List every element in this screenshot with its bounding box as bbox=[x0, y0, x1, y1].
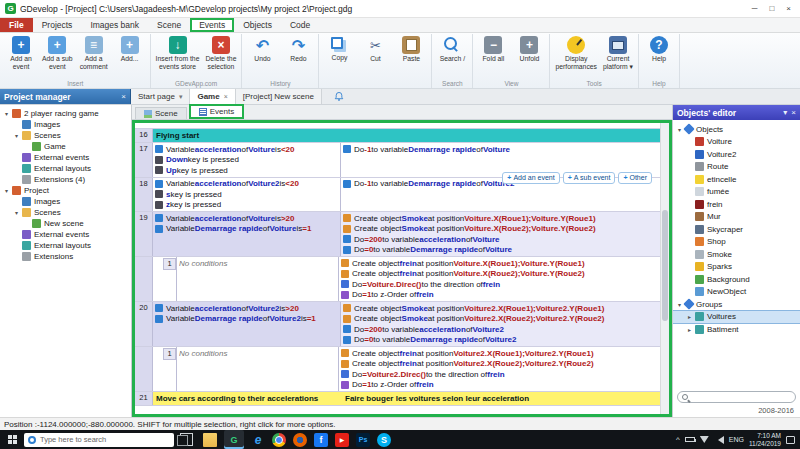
action-line[interactable]: Do =200 to variable acceleration of Voit… bbox=[343, 234, 658, 245]
paste-button[interactable]: Paste bbox=[393, 34, 429, 79]
redo-button[interactable]: Redo bbox=[280, 34, 316, 79]
copy-button[interactable]: Copy bbox=[321, 34, 357, 79]
action-line[interactable]: Create object Smoke at position Voiture2… bbox=[343, 303, 658, 314]
tab-project-new-scene[interactable]: [Project] New scene bbox=[236, 89, 322, 104]
search-button[interactable]: Search / bbox=[434, 34, 470, 79]
menu-events[interactable]: Events bbox=[190, 18, 234, 32]
start-button[interactable] bbox=[0, 430, 24, 449]
conditions-cell[interactable]: No conditions bbox=[176, 257, 339, 301]
object-item-voitures[interactable]: ▸Voitures bbox=[673, 311, 800, 324]
help-button[interactable]: Help bbox=[641, 34, 677, 79]
menu-scene[interactable]: Scene bbox=[148, 18, 190, 32]
subevent-row[interactable]: 1No conditionsCreate object frein at pos… bbox=[135, 257, 660, 302]
subtab-events[interactable]: Events bbox=[189, 104, 244, 119]
scrollbar-thumb[interactable] bbox=[662, 210, 668, 321]
tree-item-external-layouts[interactable]: External layouts bbox=[0, 163, 131, 174]
cut-button[interactable]: Cut bbox=[357, 34, 393, 79]
tree-item-2-player-racing-game[interactable]: ▾2 player racing game bbox=[0, 108, 131, 119]
delete-the-selection-button[interactable]: Delete theselection bbox=[202, 34, 239, 79]
tab-start-page[interactable]: Start page▾ bbox=[131, 89, 190, 104]
object-item-smoke[interactable]: Smoke bbox=[673, 248, 800, 261]
file-explorer-taskbar-icon[interactable] bbox=[203, 433, 217, 447]
object-item-background[interactable]: Background bbox=[673, 273, 800, 286]
condition-line[interactable]: Variable Demarrage rapide of Voiture is … bbox=[155, 224, 338, 235]
action-line[interactable]: Do =0 to variable Demarrage rapide of Vo… bbox=[343, 335, 658, 346]
add-button[interactable]: Add... bbox=[112, 34, 148, 79]
event-comment-21[interactable]: 21Move cars according to their accelerat… bbox=[135, 392, 660, 406]
expanded-toggle-icon[interactable]: ▾ bbox=[12, 132, 21, 139]
battery-icon[interactable] bbox=[685, 437, 695, 442]
condition-line[interactable]: Variable acceleration of Voiture is >20 bbox=[155, 213, 338, 224]
object-item-voiture2[interactable]: Voiture2 bbox=[673, 148, 800, 161]
tree-item-game[interactable]: Game bbox=[0, 141, 131, 152]
action-line[interactable]: Do =Voiture.Direc() to the direction of … bbox=[341, 279, 658, 290]
menu-projects[interactable]: Projects bbox=[33, 18, 82, 32]
menu-objects[interactable]: Objects bbox=[234, 18, 281, 32]
language-indicator[interactable]: ENG bbox=[729, 436, 744, 443]
conditions-cell[interactable]: Variable acceleration of Voiture is >20V… bbox=[153, 212, 341, 256]
insert-from-the-events-store-button[interactable]: Insert from theevents store bbox=[153, 34, 203, 79]
action-center-icon[interactable] bbox=[786, 436, 795, 444]
menu-code[interactable]: Code bbox=[281, 18, 319, 32]
conditions-cell[interactable]: No conditions bbox=[176, 347, 339, 391]
collapsed-toggle-icon[interactable]: ▸ bbox=[685, 313, 694, 320]
events-scrollbar[interactable] bbox=[660, 123, 669, 414]
event-row-19[interactable]: 19Variable acceleration of Voiture is >2… bbox=[135, 212, 660, 257]
object-item-frein[interactable]: frein bbox=[673, 198, 800, 211]
chrome-taskbar-icon[interactable] bbox=[272, 433, 286, 447]
condition-line[interactable]: Variable Demarrage rapide of Voiture2 is… bbox=[155, 314, 338, 325]
condition-line[interactable]: z key is pressed bbox=[155, 200, 338, 211]
actions-cell[interactable]: Create object Smoke at position Voiture2… bbox=[341, 302, 660, 346]
tab-close-icon[interactable]: × bbox=[224, 93, 228, 100]
add-a-comment-button[interactable]: Add acomment bbox=[76, 34, 112, 79]
action-line[interactable]: Do -1 to variable Demarrage rapide of Vo… bbox=[343, 144, 658, 155]
event-row-17[interactable]: 17Variable acceleration of Voiture is <2… bbox=[135, 143, 660, 178]
minimize-button[interactable]: ─ bbox=[752, 4, 758, 13]
action-line[interactable]: Create object Smoke at position Voiture.… bbox=[343, 224, 658, 235]
current-platform-button[interactable]: Currentplatform ▾ bbox=[600, 34, 636, 79]
condition-line[interactable]: Variable acceleration of Voiture2 is <20 bbox=[155, 179, 338, 190]
action-line[interactable]: Create object frein at position Voiture2… bbox=[341, 359, 658, 370]
action-line[interactable]: Do =200 to variable acceleration of Voit… bbox=[343, 324, 658, 335]
condition-line[interactable]: s key is pressed bbox=[155, 189, 338, 200]
taskbar-search[interactable]: Type here to search bbox=[24, 433, 174, 447]
action-line[interactable]: Create object frein at position Voiture.… bbox=[341, 269, 658, 280]
expanded-toggle-icon[interactable]: ▾ bbox=[2, 110, 11, 117]
action-line[interactable]: Do =Voiture2.Direc() to the direction of… bbox=[341, 369, 658, 380]
subevent-row[interactable]: 1No conditionsCreate object frein at pos… bbox=[135, 347, 660, 392]
expanded-toggle-icon[interactable]: ▾ bbox=[12, 209, 21, 216]
project-manager-close-icon[interactable]: × bbox=[121, 92, 126, 101]
conditions-cell[interactable]: Variable acceleration of Voiture is <20D… bbox=[153, 143, 341, 177]
volume-icon[interactable] bbox=[714, 436, 724, 444]
condition-line[interactable]: Variable acceleration of Voiture2 is >20 bbox=[155, 303, 338, 314]
tree-item-scenes[interactable]: ▾Scenes bbox=[0, 130, 131, 141]
collapsed-toggle-icon[interactable]: ▸ bbox=[685, 326, 694, 333]
action-line[interactable]: Do =1 to z-Order of frein bbox=[341, 380, 658, 391]
action-line[interactable]: Create object Smoke at position Voiture2… bbox=[343, 314, 658, 325]
object-item-route[interactable]: Route bbox=[673, 161, 800, 174]
notifications-bell[interactable] bbox=[334, 89, 344, 104]
display-performances-button[interactable]: Displayperformances bbox=[552, 34, 600, 79]
action-line[interactable]: Create object frein at position Voiture.… bbox=[341, 258, 658, 269]
tree-item-external-events[interactable]: External events bbox=[0, 229, 131, 240]
object-item-newobject[interactable]: NewObject bbox=[673, 286, 800, 299]
fold-all-button[interactable]: Fold all bbox=[475, 34, 511, 79]
event-comment-16[interactable]: 16Flying start bbox=[135, 129, 660, 143]
gdevelop-taskbar-icon[interactable]: G bbox=[224, 430, 244, 449]
objects-editor-close-icon[interactable]: × bbox=[791, 108, 796, 117]
object-item-batiment[interactable]: ▸Batiment bbox=[673, 323, 800, 336]
object-item-fum-e[interactable]: fumée bbox=[673, 186, 800, 199]
objects-search-box[interactable] bbox=[677, 391, 796, 403]
object-item-shop[interactable]: Shop bbox=[673, 236, 800, 249]
skype-taskbar-icon[interactable]: S bbox=[377, 433, 391, 447]
youtube-taskbar-icon[interactable]: ▶ bbox=[335, 433, 349, 447]
menu-file[interactable]: File bbox=[0, 18, 33, 32]
condition-line[interactable]: Down key is pressed bbox=[155, 155, 338, 166]
action-line[interactable]: Create object Smoke at position Voiture.… bbox=[343, 213, 658, 224]
object-item-skycraper[interactable]: Skycraper bbox=[673, 223, 800, 236]
condition-line[interactable]: Variable acceleration of Voiture is <20 bbox=[155, 144, 338, 155]
object-item-objects[interactable]: ▾Objects bbox=[673, 123, 800, 136]
clock[interactable]: 7:10 AM 11/24/2019 bbox=[749, 432, 781, 447]
tree-item-scenes[interactable]: ▾Scenes bbox=[0, 207, 131, 218]
add-a-sub-event-button[interactable]: Add a subevent bbox=[39, 34, 76, 79]
